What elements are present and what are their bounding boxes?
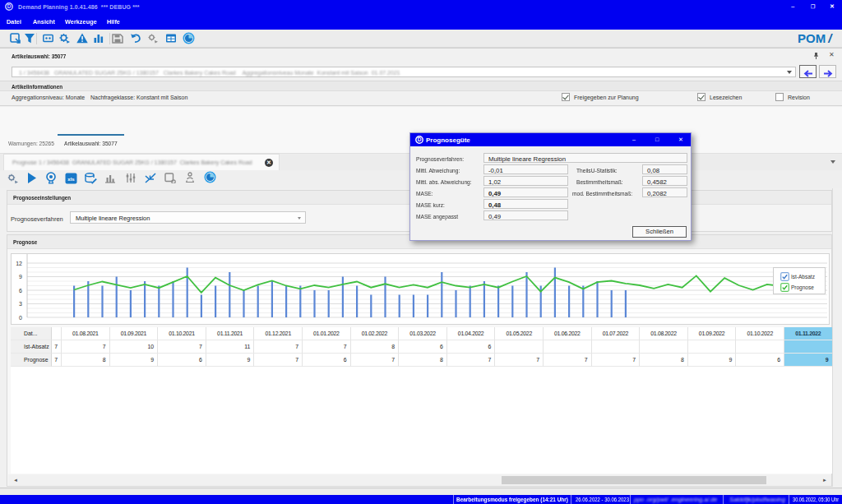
svg-text:xls: xls [67,177,75,182]
svg-text:3: 3 [19,301,22,307]
svg-text:D: D [418,136,422,142]
svg-text:12: 12 [16,261,22,266]
svg-text:6: 6 [19,288,22,294]
svg-text:D: D [7,3,12,9]
svg-text:9: 9 [19,274,22,280]
svg-text:0: 0 [19,315,22,321]
